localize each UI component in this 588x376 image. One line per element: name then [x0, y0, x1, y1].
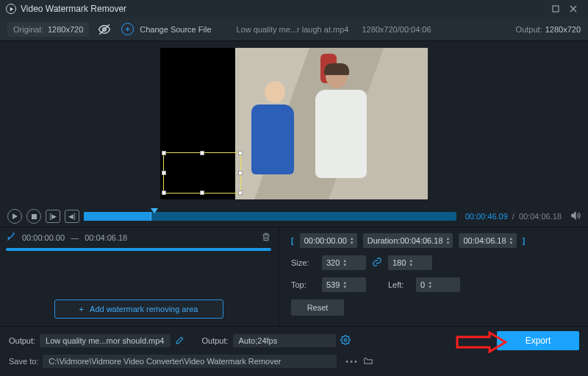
svg-marker-4	[12, 213, 18, 219]
watermark-selection-box[interactable]	[163, 152, 241, 194]
time-current: 00:00:46.09	[465, 212, 508, 221]
handle-tl[interactable]	[162, 151, 166, 155]
segment-end: 00:04:06.18	[85, 233, 127, 242]
original-res-value: 1280x720	[48, 25, 83, 34]
open-folder-icon[interactable]	[363, 355, 373, 367]
rename-icon[interactable]	[175, 336, 184, 347]
output-file-label: Output:	[9, 336, 35, 345]
save-path[interactable]: C:\Vidmore\Vidmore Video Converter\Video…	[43, 355, 337, 368]
output-format-label: Output:	[202, 336, 229, 345]
edit-panels: 00:00:00.00 — 00:04:06.18 + Add watermar…	[0, 227, 588, 326]
export-button[interactable]: Export	[497, 331, 579, 350]
app-logo-icon	[6, 4, 16, 14]
add-area-button[interactable]: + Add watermark removing area	[54, 299, 223, 319]
video-frame[interactable]	[160, 48, 428, 199]
svg-point-7	[344, 338, 347, 341]
footer: Output: Low quality me...mor should.mp4 …	[0, 326, 588, 368]
segment-start: 00:00:00.00	[22, 233, 65, 242]
window-maximize-button[interactable]	[547, 0, 564, 18]
svg-marker-0	[10, 7, 13, 10]
left-label: Left:	[388, 280, 410, 289]
toggle-preview-icon[interactable]	[98, 23, 111, 36]
size-link-icon[interactable]	[372, 257, 382, 269]
handle-tm[interactable]	[200, 151, 204, 155]
svg-rect-5	[32, 214, 37, 219]
top-input[interactable]: 539▲▼	[322, 277, 366, 292]
svg-marker-6	[572, 212, 576, 219]
output-res-label: Output:	[516, 25, 542, 34]
segment-row[interactable]: 00:00:00.00 — 00:04:06.18	[6, 232, 271, 244]
range-end-input[interactable]: 00:04:06.18▲▼	[459, 233, 516, 248]
time-duration: 00:04:06.18	[519, 212, 562, 221]
properties-panel: [ 00:00:00.00▲▼ Duration:00:04:06.18▲▼ 0…	[279, 227, 588, 326]
person-left	[251, 81, 298, 191]
more-icon[interactable]: •••	[345, 357, 359, 366]
time-sep: /	[512, 212, 514, 221]
timeline-scrubber[interactable]	[84, 212, 456, 221]
range-end-bracket-icon[interactable]: ]	[523, 236, 526, 245]
app-title: Video Watermark Remover	[21, 4, 126, 14]
delete-segment-icon[interactable]	[261, 232, 271, 244]
segment-duration-bar[interactable]	[6, 248, 271, 251]
output-settings-icon[interactable]	[340, 335, 351, 347]
output-file-name: Low quality me...mor should.mp4	[40, 334, 170, 347]
set-in-button[interactable]: [▶	[46, 210, 60, 223]
save-to-label: Save to:	[9, 357, 38, 366]
play-button[interactable]	[7, 209, 22, 224]
volume-icon[interactable]	[570, 210, 581, 222]
stop-button[interactable]	[26, 209, 41, 224]
person-right	[315, 63, 373, 196]
handle-mr[interactable]	[238, 171, 243, 175]
original-label: Original:	[13, 25, 43, 34]
range-start-input[interactable]: 00:00:00.00▲▼	[300, 233, 357, 248]
window-close-button[interactable]	[564, 0, 582, 18]
handle-tr[interactable]	[238, 151, 243, 155]
output-res-value: 1280x720	[545, 25, 581, 34]
range-duration-input[interactable]: Duration:00:04:06.18▲▼	[363, 233, 453, 248]
change-source-link[interactable]: Change Source File	[140, 25, 211, 34]
segments-panel: 00:00:00.00 — 00:04:06.18 + Add watermar…	[0, 227, 279, 326]
svg-rect-1	[553, 6, 559, 12]
handle-bm[interactable]	[200, 191, 204, 195]
handle-bl[interactable]	[162, 191, 166, 195]
segment-dash: —	[71, 233, 79, 242]
left-input[interactable]: 0▲▼	[416, 277, 460, 292]
size-height-input[interactable]: 180▲▼	[388, 255, 432, 270]
transport-bar: [▶ ◀] 00:00:46.09 / 00:04:06.18	[0, 206, 588, 227]
source-filename: Low quality me...r laugh at.mp4	[237, 25, 349, 34]
wand-icon	[6, 232, 16, 244]
range-start-bracket-icon[interactable]: [	[291, 236, 294, 245]
set-out-button[interactable]: ◀]	[65, 210, 79, 223]
source-res-time: 1280x720/00:04:06	[362, 25, 431, 34]
video-preview	[0, 41, 588, 206]
handle-ml[interactable]	[162, 171, 166, 175]
output-format-value[interactable]: Auto;24fps	[233, 334, 336, 347]
plus-icon: +	[79, 305, 84, 313]
size-label: Size:	[291, 258, 316, 267]
titlebar: Video Watermark Remover	[0, 0, 588, 18]
add-source-icon[interactable]: +	[121, 23, 134, 35]
size-width-input[interactable]: 320▲▼	[322, 255, 366, 270]
playhead-icon[interactable]	[151, 208, 158, 213]
source-header: Original: 1280x720 + Change Source File …	[0, 18, 588, 41]
original-resolution: Original: 1280x720	[7, 22, 89, 37]
handle-br[interactable]	[238, 191, 243, 195]
top-label: Top:	[291, 280, 316, 289]
reset-button[interactable]: Reset	[291, 299, 344, 316]
add-area-label: Add watermark removing area	[90, 305, 198, 313]
